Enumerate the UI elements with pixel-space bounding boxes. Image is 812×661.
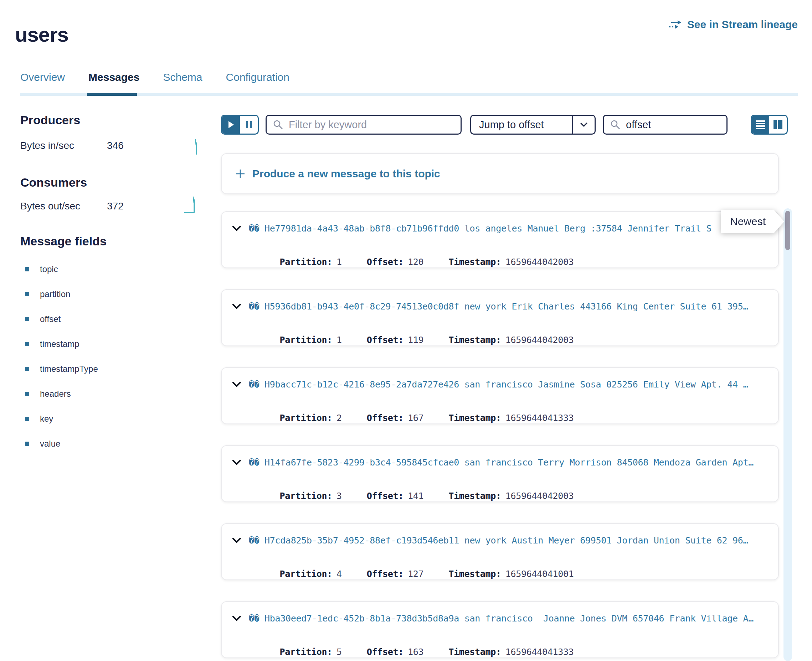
message-value-preview: Hba30eed7-1edc-452b-8b1a-738d3b5d8a9a sa… (264, 613, 754, 624)
message-field-label: offset (40, 314, 61, 324)
play-button[interactable] (222, 116, 240, 134)
partition-value: 5 (336, 647, 342, 657)
tab-configuration[interactable]: Configuration (226, 71, 290, 93)
bullet-icon (25, 392, 29, 396)
offset-label: Offset: (367, 647, 404, 657)
message-key: �� (249, 613, 259, 624)
partition-value: 3 (336, 491, 342, 501)
message-field-item[interactable]: value (25, 439, 98, 449)
partition-label: Partition: (280, 647, 333, 657)
message-value-preview: H5936db81-b943-4e0f-8c29-74513e0c0d8f ne… (264, 301, 748, 311)
tab-schema[interactable]: Schema (163, 71, 202, 93)
message-field-label: headers (40, 389, 71, 399)
producers-heading: Producers (20, 113, 80, 127)
plus-icon (235, 169, 245, 179)
tab-active-underline (87, 93, 137, 96)
bytes-in-label: Bytes in/sec (20, 140, 74, 152)
tab-bar: Overview Messages Schema Configuration (20, 71, 290, 93)
columns-view-button[interactable] (769, 116, 787, 134)
stream-lineage-link[interactable]: See in Stream lineage (669, 19, 798, 30)
message-field-label: timestampType (40, 364, 98, 374)
scrollbar-thumb[interactable] (785, 211, 790, 250)
pause-button[interactable] (240, 116, 258, 134)
message-meta-line: Partition:5Offset:163Timestamp:165964404… (248, 636, 574, 661)
offset-value: 127 (408, 569, 423, 579)
chevron-down-icon[interactable] (232, 616, 241, 621)
message-meta-line: Partition:4Offset:127Timestamp:165964404… (248, 559, 574, 589)
bullet-icon (25, 317, 29, 321)
offset-search-input[interactable] (625, 118, 761, 131)
message-field-item[interactable]: partition (25, 289, 98, 299)
partition-value: 1 (336, 335, 342, 345)
chevron-down-icon[interactable] (232, 460, 241, 465)
chevron-down-icon (580, 123, 588, 127)
timestamp-label: Timestamp: (448, 647, 501, 657)
bytes-out-sparkline (184, 195, 199, 214)
message-field-label: key (40, 414, 53, 424)
partition-label: Partition: (280, 335, 333, 345)
tab-underline-track (20, 93, 798, 96)
message-fields-list: topic partition offset timestamp timesta… (25, 264, 98, 449)
timestamp-label: Timestamp: (448, 491, 501, 501)
produce-message-label: Produce a new message to this topic (252, 168, 440, 180)
message-field-item[interactable]: headers (25, 389, 98, 399)
columns-view-icon (773, 120, 783, 129)
message-meta-line: Partition:3Offset:141Timestamp:165964404… (248, 481, 574, 511)
partition-value: 4 (336, 569, 342, 579)
message-row[interactable]: �� Hba30eed7-1edc-452b-8b1a-738d3b5d8a9a… (221, 601, 779, 658)
message-row[interactable]: �� H5936db81-b943-4e0f-8c29-74513e0c0d8f… (221, 289, 779, 346)
partition-value: 2 (336, 413, 342, 423)
message-field-item[interactable]: offset (25, 314, 98, 324)
page-title: users (15, 22, 69, 46)
bullet-icon (25, 367, 29, 371)
chevron-down-icon[interactable] (232, 538, 241, 543)
message-row[interactable]: �� H14fa67fe-5823-4299-b3c4-595845cfcae0… (221, 445, 779, 502)
lineage-arrows-icon (669, 19, 683, 30)
chevron-down-icon[interactable] (232, 382, 241, 387)
list-view-icon (756, 120, 766, 129)
partition-label: Partition: (280, 413, 333, 423)
offset-label: Offset: (367, 413, 404, 423)
scrollbar[interactable] (783, 208, 792, 661)
jump-chevron-button[interactable] (572, 116, 594, 134)
message-row[interactable]: �� H9bacc71c-b12c-4216-8e95-2a7da727e426… (221, 367, 779, 424)
bullet-icon (25, 442, 29, 446)
partition-label: Partition: (280, 569, 333, 579)
partition-label: Partition: (280, 257, 333, 267)
message-field-label: topic (40, 264, 58, 274)
message-field-item[interactable]: timestamp (25, 339, 98, 349)
bullet-icon (25, 342, 29, 346)
message-row[interactable]: �� He77981da-4a43-48ab-b8f8-cb71b96ffdd0… (221, 211, 779, 268)
chevron-down-icon[interactable] (232, 304, 241, 309)
message-field-item[interactable]: topic (25, 264, 98, 274)
bytes-out-value: 372 (107, 201, 124, 212)
jump-to-offset-select[interactable]: Jump to offset (470, 115, 596, 135)
offset-value: 120 (408, 257, 423, 267)
tab-messages[interactable]: Messages (88, 71, 139, 93)
pause-icon (246, 121, 252, 129)
partition-value: 1 (336, 257, 342, 267)
tab-overview[interactable]: Overview (20, 71, 65, 93)
offset-search (603, 115, 727, 135)
produce-message-button[interactable]: Produce a new message to this topic (221, 153, 779, 194)
message-summary-line: �� H9bacc71c-b12c-4216-8e95-2a7da727e426… (232, 379, 770, 390)
message-summary-line: �� Hba30eed7-1edc-452b-8b1a-738d3b5d8a9a… (232, 613, 770, 624)
message-field-item[interactable]: key (25, 414, 98, 424)
filter-input[interactable] (288, 118, 461, 131)
message-meta-line: Partition:2Offset:167Timestamp:165964404… (248, 402, 574, 433)
bytes-in-value: 346 (107, 140, 124, 152)
message-key: �� (249, 535, 259, 546)
timestamp-label: Timestamp: (448, 335, 501, 345)
message-field-label: timestamp (40, 339, 80, 349)
bullet-icon (25, 417, 29, 421)
newest-tooltip-label: Newest (730, 216, 766, 228)
message-value-preview: H14fa67fe-5823-4299-b3c4-595845cfcae0 sa… (264, 457, 754, 468)
timestamp-label: Timestamp: (448, 257, 501, 267)
message-row[interactable]: �� H7cda825b-35b7-4952-88ef-c193d546eb11… (221, 523, 779, 580)
offset-label: Offset: (367, 257, 404, 267)
timestamp-value: 1659644042003 (505, 491, 574, 501)
message-field-item[interactable]: timestampType (25, 364, 98, 374)
keyword-filter (266, 115, 461, 135)
list-view-button[interactable] (752, 116, 769, 134)
chevron-down-icon[interactable] (232, 226, 241, 231)
